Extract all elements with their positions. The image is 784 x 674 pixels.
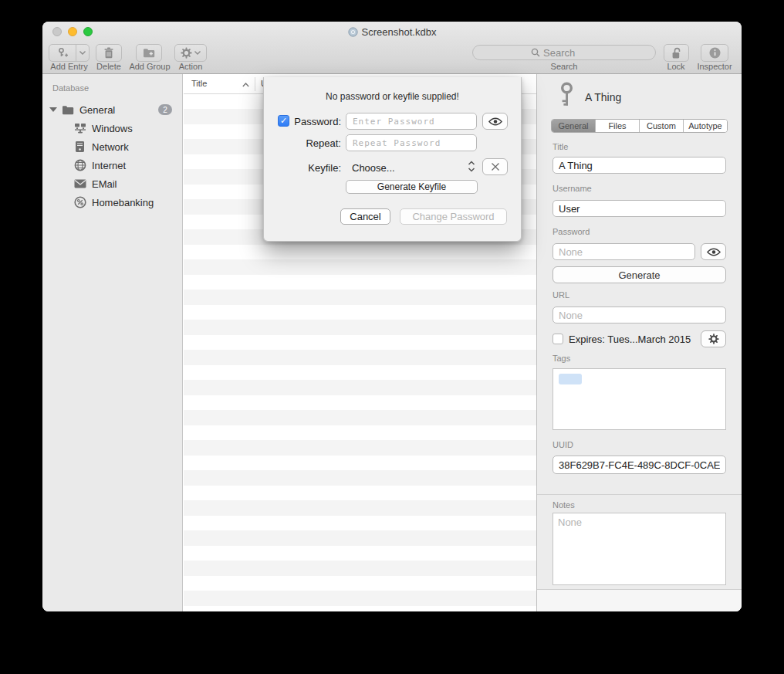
envelope-icon	[73, 178, 86, 191]
sidebar-item-label: Windows	[92, 123, 133, 134]
percent-circle-icon	[73, 196, 86, 209]
uuid-field[interactable]	[553, 456, 726, 474]
tags-box[interactable]	[553, 368, 726, 430]
inspector-tab-bar: General Files Custom Autotype	[551, 119, 728, 133]
folder-plus-icon	[143, 48, 155, 58]
trash-icon	[103, 47, 114, 59]
search-input-wrap[interactable]	[472, 45, 656, 60]
sidebar-item-internet[interactable]: Internet	[42, 156, 183, 174]
generate-password-button[interactable]: Generate	[553, 266, 726, 283]
chevron-down-icon	[194, 51, 201, 55]
checkmark-icon: ✓	[280, 116, 287, 126]
gear-icon	[181, 47, 192, 59]
server-icon	[73, 141, 86, 154]
app-window: Screenshot.kdbx Add Entry Delete Add Gro…	[42, 22, 742, 611]
titlebar-toolbar: Screenshot.kdbx Add Entry Delete Add Gro…	[42, 22, 742, 74]
search-label: Search	[525, 62, 603, 71]
inspector-label: Inspector	[693, 62, 736, 71]
change-password-dialog: No password or keyfile supplied! ✓ Passw…	[263, 77, 522, 242]
tab-custom[interactable]: Custom	[640, 120, 684, 132]
add-entry-dropdown[interactable]	[76, 45, 89, 61]
notes-field[interactable]	[553, 513, 726, 585]
dialog-repeat-label: Repeat:	[292, 137, 341, 149]
dialog-message: No password or keyfile supplied!	[264, 91, 521, 102]
tab-autotype[interactable]: Autotype	[684, 120, 727, 132]
title-field-label: Title	[553, 142, 568, 151]
column-divider[interactable]	[255, 77, 255, 91]
inspector-bottom-bar	[537, 590, 742, 611]
expires-label: Expires: Tues...March 2015	[569, 334, 691, 345]
password-checkbox[interactable]: ✓	[278, 115, 289, 127]
inspector-entry-title: A Thing	[585, 91, 621, 103]
tag-pill[interactable]	[559, 374, 582, 384]
title-field[interactable]	[553, 157, 726, 174]
change-password-button[interactable]: Change Password	[400, 208, 507, 225]
dialog-repeat-input[interactable]	[346, 134, 477, 151]
key-icon	[559, 82, 575, 110]
expires-settings-button[interactable]	[701, 330, 726, 347]
sidebar-item-windows[interactable]: Windows	[42, 119, 183, 137]
sidebar-section-header: Database	[52, 83, 89, 93]
gear-icon	[708, 334, 719, 344]
generate-keyfile-button[interactable]: Generate Keyfile	[346, 180, 478, 194]
delete-label: Delete	[90, 62, 127, 71]
eye-icon	[707, 248, 721, 256]
expires-row: Expires: Tues...March 2015	[553, 330, 691, 347]
tab-files[interactable]: Files	[596, 120, 640, 132]
window-title: Screenshot.kdbx	[42, 25, 742, 38]
column-header-title[interactable]: Title	[191, 79, 207, 88]
lock-button[interactable]	[664, 44, 689, 62]
notes-label: Notes	[553, 500, 575, 510]
open-padlock-icon	[671, 47, 682, 59]
action-button[interactable]	[174, 44, 207, 62]
add-entry-button[interactable]	[49, 44, 90, 62]
delete-button[interactable]	[96, 44, 122, 62]
inspector-divider	[537, 494, 742, 495]
sidebar-item-label: Homebanking	[92, 197, 154, 208]
sidebar-item-email[interactable]: EMail	[42, 174, 183, 193]
inspector-button[interactable]	[701, 44, 728, 62]
stepper-icon[interactable]	[468, 161, 475, 175]
info-icon	[709, 47, 721, 59]
folder-icon	[61, 103, 74, 117]
reveal-password-button[interactable]	[701, 243, 726, 260]
sidebar-item-label: General	[79, 104, 115, 116]
sort-ascending-icon	[242, 80, 249, 89]
sidebar-item-homebanking[interactable]: Homebanking	[42, 193, 183, 212]
lock-label: Lock	[658, 62, 694, 71]
inspector-panel: A Thing General Files Custom Autotype Ti…	[536, 74, 742, 611]
keyfile-popup[interactable]: Choose...	[352, 162, 395, 174]
close-icon	[491, 162, 500, 171]
dialog-reveal-password-button[interactable]	[482, 113, 508, 130]
sidebar-item-label: EMail	[92, 178, 117, 190]
dialog-keyfile-label: Keyfile:	[292, 162, 341, 174]
document-icon	[348, 27, 358, 37]
windows-network-icon	[73, 122, 86, 135]
username-field-label: Username	[553, 184, 592, 193]
eye-icon	[488, 117, 502, 126]
dialog-password-input[interactable]	[346, 113, 477, 130]
uuid-label: UUID	[553, 440, 573, 449]
search-input[interactable]	[543, 47, 597, 59]
group-sidebar: Database General 2 Windows Network	[42, 74, 183, 611]
sidebar-item-general[interactable]: General 2	[42, 100, 183, 119]
disclosure-triangle-icon[interactable]	[49, 107, 57, 112]
search-icon	[531, 48, 540, 57]
sidebar-item-network[interactable]: Network	[42, 137, 183, 156]
entry-count-badge: 2	[158, 104, 172, 115]
add-group-label: Add Group	[126, 62, 174, 71]
add-group-button[interactable]	[136, 44, 162, 62]
expires-checkbox[interactable]	[553, 334, 563, 344]
add-entry-label: Add Entry	[49, 62, 90, 71]
dialog-password-label: Password:	[292, 116, 341, 127]
cancel-button[interactable]: Cancel	[340, 208, 390, 225]
key-plus-icon[interactable]	[49, 45, 76, 61]
tags-label: Tags	[553, 354, 570, 363]
action-label: Action	[171, 62, 211, 71]
username-field[interactable]	[553, 200, 726, 217]
url-field-label: URL	[553, 290, 569, 300]
url-field[interactable]	[553, 307, 726, 323]
password-field[interactable]	[553, 243, 695, 260]
tab-general[interactable]: General	[552, 120, 596, 132]
clear-keyfile-button[interactable]	[482, 158, 508, 175]
